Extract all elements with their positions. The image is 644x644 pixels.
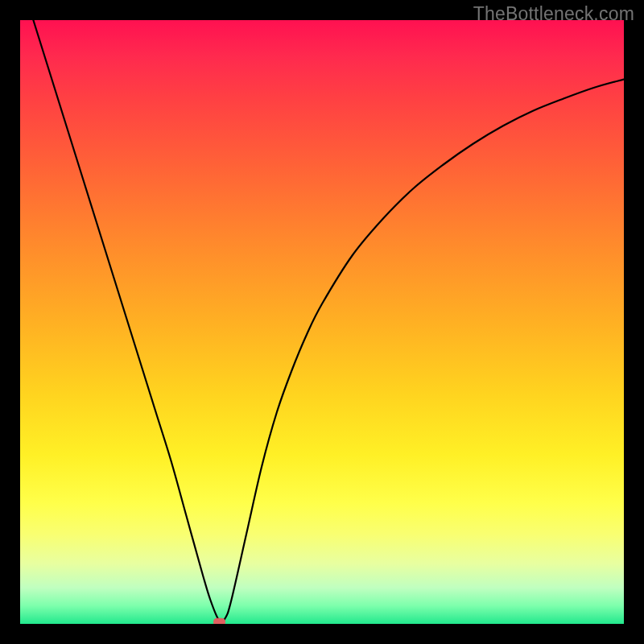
bottleneck-curve <box>20 20 624 622</box>
chart-frame: TheBottleneck.com <box>0 0 644 644</box>
watermark-text: TheBottleneck.com <box>473 3 634 25</box>
minimum-marker <box>214 618 225 624</box>
plot-area <box>20 20 624 624</box>
curve-svg <box>20 20 624 624</box>
